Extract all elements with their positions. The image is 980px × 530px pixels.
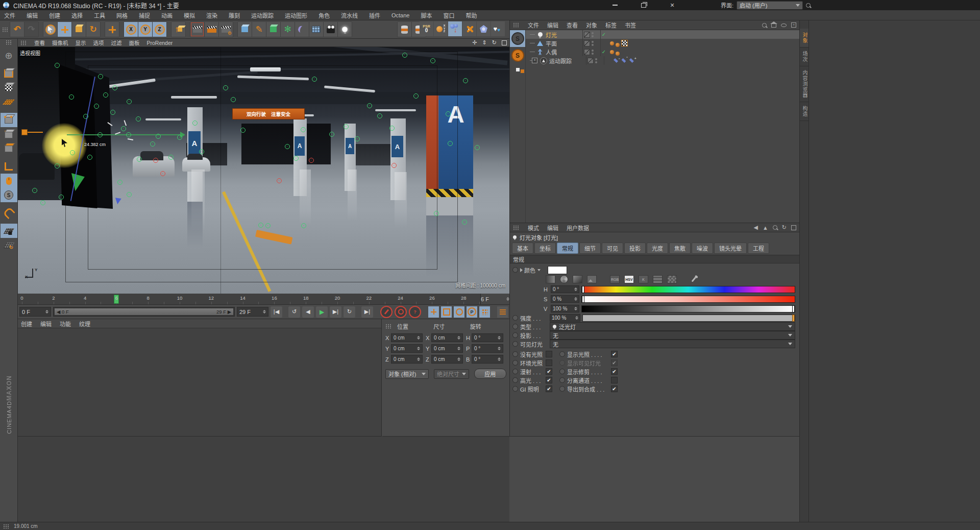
viewport-solo-button[interactable] [1,174,17,188]
value-field[interactable]: 100 % [551,305,579,312]
render-settings-button[interactable]: ⚙ [219,22,233,37]
material-menu-item[interactable]: 纹理 [79,320,90,328]
am-tab[interactable]: 基本 [512,243,533,254]
am-menu-userdata[interactable]: 用户数据 [567,224,589,232]
enable-snap-button[interactable] [1,206,17,220]
viewport-menu-options[interactable]: 选项 [93,39,104,46]
coord-mode-select[interactable]: 对象 (相对) [385,369,429,379]
am-back-icon[interactable]: ◀ [753,224,757,231]
enabled-check[interactable]: ✓ [601,49,607,55]
redo-button[interactable]: ↷ [24,22,38,37]
hsv-mode-button[interactable]: HSV [624,275,634,283]
om-menu-object[interactable]: 对象 [586,21,597,29]
material-menu-item[interactable]: 功能 [60,320,71,328]
menu-item[interactable]: 工具 [94,11,105,19]
axis-lock-button[interactable]: X [124,22,138,37]
rotate-view-icon[interactable]: ↻ [492,39,497,46]
checkbox[interactable]: ✔ [546,377,552,383]
end-frame-field[interactable]: 29 F [237,307,268,317]
menu-item[interactable]: 帮助 [465,11,477,19]
position-field[interactable]: 0 cm [391,344,423,353]
checkbox[interactable]: ✔ [611,386,618,392]
preview-max-field[interactable]: 6 F [481,294,509,304]
record-keyframe-button[interactable] [380,306,393,318]
color-wheel-icon[interactable] [560,275,568,283]
light-handle[interactable] [21,129,28,135]
material-menu-item[interactable]: 创建 [21,320,32,328]
menu-item[interactable]: 角色 [318,11,330,19]
play-button[interactable]: ▶ [316,306,328,318]
bodypaint-setup-button[interactable] [398,22,411,37]
interface-select[interactable]: 启动 (用户) [737,1,803,10]
key-scale-toggle[interactable] [441,306,452,318]
side-tab[interactable]: 内容浏览器 [800,66,808,102]
position-field[interactable]: 0 cm [391,333,423,342]
image-icon[interactable] [587,275,597,283]
pentagon-tool-button[interactable] [477,21,491,36]
bend-deformer-button[interactable] [295,22,309,37]
am-tab[interactable]: 常规 [557,243,578,254]
pin-tag-icon[interactable] [629,58,634,63]
checkbox[interactable]: ✔ [546,351,552,357]
menu-item[interactable]: 文件 [4,11,15,19]
size-field[interactable]: 0 cm [431,333,463,342]
viewport-grip[interactable] [20,40,27,45]
camera-button[interactable] [324,22,337,37]
side-tab[interactable]: 场次 [800,47,808,66]
color-caret-icon[interactable] [537,269,541,271]
size-mode-select[interactable]: 绝对尺寸 [434,369,469,379]
intensity-slider[interactable] [582,315,795,322]
am-tab[interactable]: 坐标 [534,243,556,254]
phong-tag-icon[interactable] [610,50,614,54]
checkbox[interactable]: ✔ [611,351,618,357]
workplane-button[interactable]: XYZ [434,21,448,36]
am-cycle-icon[interactable]: ↻ [782,224,787,231]
scale-tool-button[interactable] [72,22,86,37]
am-section-header[interactable]: 常规 [510,255,799,263]
am-menu-mode[interactable]: 模式 [528,224,539,232]
spline-pen-button[interactable]: ✎ [252,22,266,37]
viewport-menu-filter[interactable]: 过滤 [111,39,122,46]
center-object-button[interactable] [462,21,476,36]
phong-tag-icon[interactable] [616,43,620,47]
side-tab[interactable]: 构造 [800,102,808,121]
rotation-field[interactable]: 0 ° [472,344,503,353]
am-menu-edit[interactable]: 编辑 [547,224,558,232]
checkbox[interactable]: ✔ [611,377,618,383]
layer-icon[interactable] [584,32,590,38]
coord-grip[interactable] [385,324,392,329]
live-selection-button[interactable] [43,22,57,37]
next-frame-button[interactable]: ▶| [330,306,341,318]
intensity-field[interactable]: 100 % [550,314,580,322]
layer-icon[interactable] [584,49,590,55]
light-type-select[interactable]: 泛光灯 [550,322,795,331]
make-editable-button[interactable]: ⊕ [1,49,17,63]
om-object-row[interactable]: 人偶✓ [526,47,799,56]
previous-frame-button[interactable]: ◀ [302,306,314,318]
visible-light-select[interactable]: 无 [550,340,795,348]
am-search-icon[interactable] [773,225,777,230]
checkbox[interactable]: ✔ [611,359,618,366]
om-menu-view[interactable]: 查看 [567,21,578,29]
psr-reset-button[interactable]: PSR 0 [420,21,433,36]
playback-options-button[interactable] [497,306,508,318]
menu-item[interactable]: 渲染 [206,11,217,19]
saturation-field[interactable]: 0 % [551,295,579,303]
model-mode-button[interactable] [1,66,17,81]
play-backwards-button[interactable]: ↺ [288,306,300,318]
color-swatch[interactable] [548,266,567,274]
current-frame-field[interactable]: 0 F [19,307,51,317]
menu-item[interactable]: 运动跟踪 [251,11,274,19]
viewport-menu-camera[interactable]: 摄像机 [52,39,68,46]
axis-lock-button[interactable]: Z [153,22,166,37]
polygons-mode-button[interactable] [1,141,17,156]
menu-item[interactable]: 网格 [116,11,128,19]
viewport-menu-prorender[interactable]: ProRender [147,40,173,46]
am-up-icon[interactable]: ▲ [763,225,768,231]
eyedropper-icon[interactable] [691,276,696,282]
viewport-canvas[interactable]: A A A A A [18,47,509,294]
key-parameter-toggle[interactable]: P [467,306,477,318]
palette-grip[interactable] [6,40,12,45]
am-grip[interactable] [513,225,520,230]
am-tab[interactable]: 工程 [748,243,769,254]
